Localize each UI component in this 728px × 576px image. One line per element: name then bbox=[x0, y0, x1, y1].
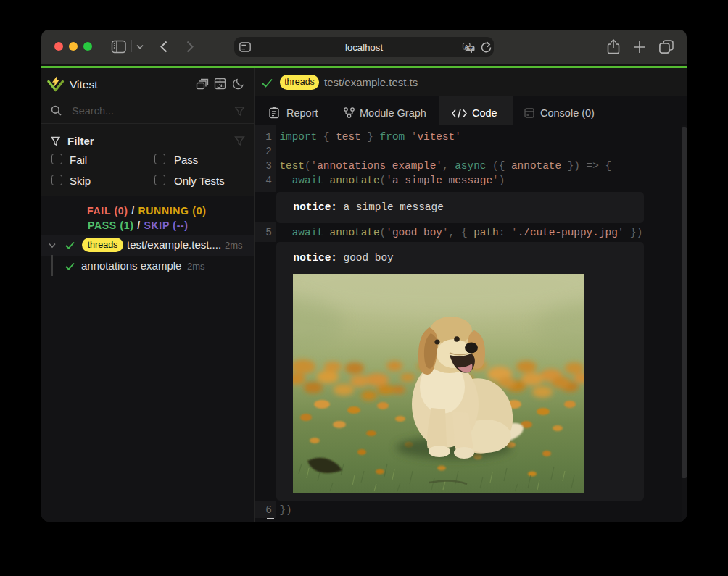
svg-text:✲: ✲ bbox=[468, 45, 473, 51]
